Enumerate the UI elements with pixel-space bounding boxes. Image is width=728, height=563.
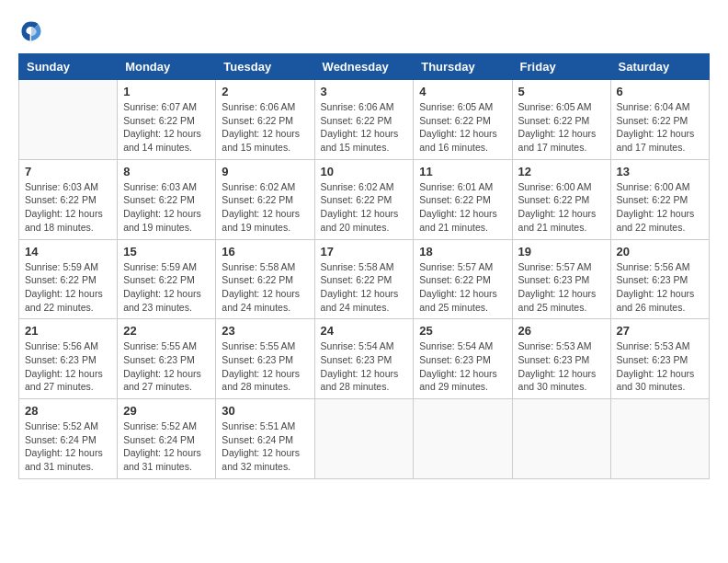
calendar-cell: 12Sunrise: 6:00 AM Sunset: 6:22 PM Dayli… [512, 159, 610, 239]
calendar-cell: 26Sunrise: 5:53 AM Sunset: 6:23 PM Dayli… [512, 319, 610, 399]
calendar-cell: 19Sunrise: 5:57 AM Sunset: 6:23 PM Dayli… [512, 239, 610, 319]
day-info: Sunrise: 5:56 AM Sunset: 6:23 PM Dayligh… [617, 260, 703, 315]
calendar-cell [414, 399, 512, 479]
day-number: 27 [617, 324, 703, 338]
day-info: Sunrise: 5:56 AM Sunset: 6:23 PM Dayligh… [25, 339, 111, 394]
day-info: Sunrise: 5:58 AM Sunset: 6:22 PM Dayligh… [222, 260, 308, 315]
day-number: 19 [518, 245, 605, 259]
day-number: 25 [419, 324, 506, 338]
day-number: 10 [321, 165, 408, 178]
calendar-table: SundayMondayTuesdayWednesdayThursdayFrid… [18, 53, 710, 479]
calendar-cell: 3Sunrise: 6:06 AM Sunset: 6:22 PM Daylig… [314, 80, 414, 160]
calendar-cell: 21Sunrise: 5:56 AM Sunset: 6:23 PM Dayli… [19, 319, 118, 399]
day-number: 20 [617, 245, 703, 259]
day-info: Sunrise: 6:06 AM Sunset: 6:22 PM Dayligh… [222, 100, 308, 155]
calendar-week-row: 21Sunrise: 5:56 AM Sunset: 6:23 PM Dayli… [19, 319, 710, 399]
day-info: Sunrise: 6:07 AM Sunset: 6:22 PM Dayligh… [123, 100, 210, 155]
calendar-cell: 30Sunrise: 5:51 AM Sunset: 6:24 PM Dayli… [216, 399, 314, 479]
day-info: Sunrise: 5:59 AM Sunset: 6:22 PM Dayligh… [25, 260, 111, 315]
calendar-cell: 1Sunrise: 6:07 AM Sunset: 6:22 PM Daylig… [118, 80, 216, 160]
day-info: Sunrise: 6:00 AM Sunset: 6:22 PM Dayligh… [617, 180, 703, 235]
day-info: Sunrise: 6:06 AM Sunset: 6:22 PM Dayligh… [321, 100, 408, 155]
day-info: Sunrise: 6:03 AM Sunset: 6:22 PM Dayligh… [123, 180, 210, 235]
calendar-week-row: 7Sunrise: 6:03 AM Sunset: 6:22 PM Daylig… [19, 159, 710, 239]
day-info: Sunrise: 5:53 AM Sunset: 6:23 PM Dayligh… [617, 339, 703, 394]
calendar-cell: 13Sunrise: 6:00 AM Sunset: 6:22 PM Dayli… [610, 159, 709, 239]
day-number: 3 [321, 85, 408, 98]
day-number: 18 [419, 245, 506, 259]
day-number: 2 [222, 85, 308, 98]
calendar-cell: 4Sunrise: 6:05 AM Sunset: 6:22 PM Daylig… [414, 80, 512, 160]
day-info: Sunrise: 6:01 AM Sunset: 6:22 PM Dayligh… [419, 180, 506, 235]
day-number: 29 [123, 404, 210, 418]
day-info: Sunrise: 6:04 AM Sunset: 6:22 PM Dayligh… [617, 100, 703, 155]
calendar-cell: 8Sunrise: 6:03 AM Sunset: 6:22 PM Daylig… [118, 159, 216, 239]
day-info: Sunrise: 6:00 AM Sunset: 6:22 PM Dayligh… [518, 180, 605, 235]
day-number: 11 [419, 165, 506, 178]
calendar-cell: 6Sunrise: 6:04 AM Sunset: 6:22 PM Daylig… [610, 80, 709, 160]
day-number: 8 [123, 165, 210, 178]
calendar-day-header: Sunday [19, 54, 118, 80]
calendar-week-row: 14Sunrise: 5:59 AM Sunset: 6:22 PM Dayli… [19, 239, 710, 319]
calendar-cell: 25Sunrise: 5:54 AM Sunset: 6:23 PM Dayli… [414, 319, 512, 399]
day-number: 1 [123, 85, 210, 98]
day-number: 13 [617, 165, 703, 178]
day-number: 16 [222, 245, 308, 259]
calendar-cell: 15Sunrise: 5:59 AM Sunset: 6:22 PM Dayli… [118, 239, 216, 319]
day-number: 26 [518, 324, 605, 338]
calendar-cell [512, 399, 610, 479]
calendar-cell [610, 399, 709, 479]
day-info: Sunrise: 5:58 AM Sunset: 6:22 PM Dayligh… [321, 260, 408, 315]
day-number: 6 [617, 85, 703, 98]
day-info: Sunrise: 6:03 AM Sunset: 6:22 PM Dayligh… [25, 180, 111, 235]
day-info: Sunrise: 5:51 AM Sunset: 6:24 PM Dayligh… [222, 419, 308, 474]
calendar-cell: 17Sunrise: 5:58 AM Sunset: 6:22 PM Dayli… [314, 239, 414, 319]
calendar-cell: 24Sunrise: 5:54 AM Sunset: 6:23 PM Dayli… [314, 319, 414, 399]
calendar-day-header: Friday [512, 54, 610, 80]
calendar-cell: 9Sunrise: 6:02 AM Sunset: 6:22 PM Daylig… [216, 159, 314, 239]
calendar-cell: 29Sunrise: 5:52 AM Sunset: 6:24 PM Dayli… [118, 399, 216, 479]
calendar-week-row: 28Sunrise: 5:52 AM Sunset: 6:24 PM Dayli… [19, 399, 710, 479]
day-info: Sunrise: 5:54 AM Sunset: 6:23 PM Dayligh… [419, 339, 506, 394]
day-info: Sunrise: 5:53 AM Sunset: 6:23 PM Dayligh… [518, 339, 605, 394]
day-info: Sunrise: 5:55 AM Sunset: 6:23 PM Dayligh… [222, 339, 308, 394]
logo-icon [18, 18, 44, 44]
calendar-cell: 16Sunrise: 5:58 AM Sunset: 6:22 PM Dayli… [216, 239, 314, 319]
calendar-cell [19, 80, 118, 160]
calendar-day-header: Thursday [414, 54, 512, 80]
calendar-cell: 14Sunrise: 5:59 AM Sunset: 6:22 PM Dayli… [19, 239, 118, 319]
day-number: 5 [518, 85, 605, 98]
calendar-day-header: Monday [118, 54, 216, 80]
day-number: 9 [222, 165, 308, 178]
day-number: 22 [123, 324, 210, 338]
calendar-cell: 20Sunrise: 5:56 AM Sunset: 6:23 PM Dayli… [610, 239, 709, 319]
day-number: 28 [25, 404, 111, 418]
day-info: Sunrise: 6:02 AM Sunset: 6:22 PM Dayligh… [222, 180, 308, 235]
day-number: 12 [518, 165, 605, 178]
day-number: 21 [25, 324, 111, 338]
day-number: 24 [321, 324, 408, 338]
day-number: 7 [25, 165, 111, 178]
calendar-cell: 2Sunrise: 6:06 AM Sunset: 6:22 PM Daylig… [216, 80, 314, 160]
day-info: Sunrise: 5:52 AM Sunset: 6:24 PM Dayligh… [123, 419, 210, 474]
day-info: Sunrise: 6:05 AM Sunset: 6:22 PM Dayligh… [518, 100, 605, 155]
day-info: Sunrise: 5:52 AM Sunset: 6:24 PM Dayligh… [25, 419, 111, 474]
calendar-cell: 28Sunrise: 5:52 AM Sunset: 6:24 PM Dayli… [19, 399, 118, 479]
day-info: Sunrise: 5:55 AM Sunset: 6:23 PM Dayligh… [123, 339, 210, 394]
day-number: 30 [222, 404, 308, 418]
calendar-day-header: Wednesday [314, 54, 414, 80]
day-info: Sunrise: 5:54 AM Sunset: 6:23 PM Dayligh… [321, 339, 408, 394]
calendar-cell: 27Sunrise: 5:53 AM Sunset: 6:23 PM Dayli… [610, 319, 709, 399]
day-info: Sunrise: 6:02 AM Sunset: 6:22 PM Dayligh… [321, 180, 408, 235]
day-info: Sunrise: 5:59 AM Sunset: 6:22 PM Dayligh… [123, 260, 210, 315]
page-header [18, 18, 710, 44]
calendar-day-header: Tuesday [216, 54, 314, 80]
calendar-cell: 18Sunrise: 5:57 AM Sunset: 6:22 PM Dayli… [414, 239, 512, 319]
calendar-cell: 11Sunrise: 6:01 AM Sunset: 6:22 PM Dayli… [414, 159, 512, 239]
calendar-header-row: SundayMondayTuesdayWednesdayThursdayFrid… [19, 54, 710, 80]
calendar-day-header: Saturday [610, 54, 709, 80]
calendar-cell: 22Sunrise: 5:55 AM Sunset: 6:23 PM Dayli… [118, 319, 216, 399]
calendar-cell: 7Sunrise: 6:03 AM Sunset: 6:22 PM Daylig… [19, 159, 118, 239]
day-number: 23 [222, 324, 308, 338]
day-info: Sunrise: 6:05 AM Sunset: 6:22 PM Dayligh… [419, 100, 506, 155]
